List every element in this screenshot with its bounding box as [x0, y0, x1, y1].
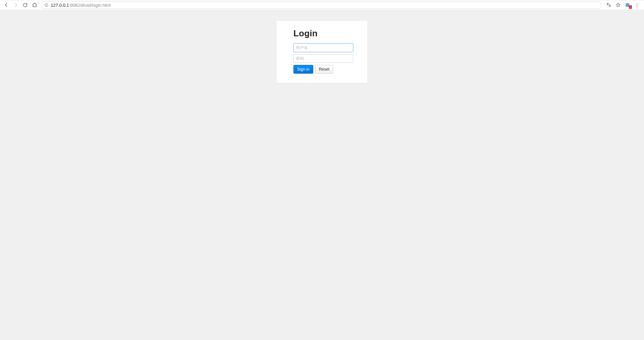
svg-point-4 [637, 3, 637, 4]
url-text: 127.0.0.1:8082/druid/login.html [51, 3, 111, 8]
kebab-menu-icon[interactable] [634, 2, 640, 8]
login-heading: Login [293, 28, 351, 39]
site-info-icon[interactable] [44, 3, 49, 7]
address-bar[interactable]: 127.0.0.1:8082/druid/login.html [42, 1, 601, 9]
bookmark-star-icon[interactable] [615, 2, 621, 8]
reload-icon[interactable] [22, 2, 28, 8]
translate-icon[interactable] [606, 2, 612, 8]
username-field[interactable] [293, 43, 353, 52]
button-row: Sign in Reset [293, 65, 351, 74]
nav-icons [2, 2, 39, 8]
toolbar-right-icons: 0 [604, 2, 642, 8]
extension-badge: 0 [629, 5, 632, 9]
forward-icon [13, 2, 19, 8]
back-icon[interactable] [3, 2, 9, 8]
svg-point-5 [637, 5, 637, 5]
home-icon[interactable] [32, 2, 38, 8]
sign-in-button[interactable]: Sign in [293, 65, 313, 74]
login-card: Login Sign in Reset [277, 21, 367, 83]
url-host: 127.0.0.1 [51, 3, 69, 8]
svg-point-6 [637, 6, 637, 7]
extension-icon[interactable]: 0 [625, 2, 631, 8]
password-field[interactable] [293, 54, 353, 63]
url-path: :8082/druid/login.html [69, 3, 111, 8]
browser-toolbar: 127.0.0.1:8082/druid/login.html 0 [0, 0, 644, 10]
reset-button[interactable]: Reset [315, 65, 333, 74]
page-body: Login Sign in Reset [0, 10, 644, 340]
